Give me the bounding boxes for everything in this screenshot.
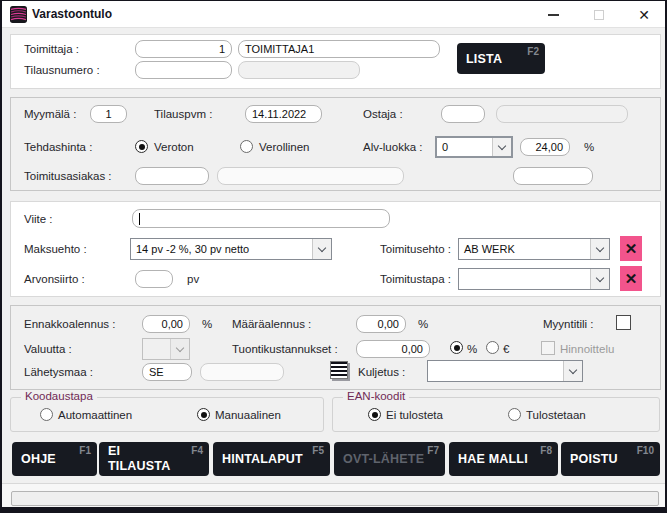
toimittaja-name-field[interactable]: TOIMITTAJA1 <box>238 40 440 58</box>
toimitusehto-select[interactable]: AB WERK <box>458 238 610 260</box>
valuutta-select <box>142 338 190 360</box>
myyntitili-label: Myyntitili : <box>543 318 593 330</box>
alv-percent-field[interactable]: 24,00 <box>520 138 570 156</box>
myymala-field[interactable]: 1 <box>90 105 127 123</box>
close-icon: ✕ <box>638 8 650 22</box>
clear-toimitusehto-button[interactable]: ✕ <box>620 236 642 261</box>
arvonsiirto-label: Arvonsiirto : <box>24 273 85 285</box>
ei-tilausta-button[interactable]: EI TILAUSTA F4 <box>99 442 209 476</box>
maximize-button[interactable] <box>582 1 616 28</box>
toimittaja-label: Toimittaja : <box>24 43 79 55</box>
radio-manuaalinen[interactable] <box>197 408 210 421</box>
alv-luokka-select[interactable]: 0 <box>435 136 513 158</box>
myyntitili-checkbox[interactable] <box>616 315 631 330</box>
ei-tilausta-button-label: EI TILAUSTA <box>108 442 182 476</box>
arvonsiirto-unit: pv <box>187 273 199 285</box>
chevron-down-icon <box>498 141 506 149</box>
maksuehto-label: Maksuehto : <box>24 243 87 255</box>
radio-tulostetaan[interactable] <box>508 408 521 421</box>
hinnoittelu-label: Hinnoittelu <box>560 343 614 355</box>
title-bar: Varastoontulo ✕ <box>2 1 665 28</box>
toimitusehto-label: Toimitusehto : <box>380 243 451 255</box>
tuontikustannukset-label: Tuontikustannukset : <box>232 343 338 355</box>
toimitusasiakas-code-field[interactable] <box>135 167 209 185</box>
hintalaput-button[interactable]: HINTALAPUT F5 <box>213 442 330 476</box>
maaraalennus-field[interactable]: 0,00 <box>356 315 406 333</box>
chevron-down-icon <box>318 243 326 251</box>
tilauspvm-field[interactable]: 14.11.2022 <box>245 105 322 123</box>
toimitustapa-select[interactable] <box>458 268 610 290</box>
alv-percent-unit: % <box>584 141 594 153</box>
ostaja-code-field[interactable] <box>441 105 485 123</box>
radio-ei-tulosteta[interactable] <box>368 408 381 421</box>
radio-tuonti-euro[interactable] <box>486 341 499 354</box>
arvonsiirto-field[interactable] <box>135 270 173 288</box>
lista-button[interactable]: LISTA F2 <box>457 43 545 74</box>
toimitusehto-value: AB WERK <box>459 243 590 255</box>
ohje-button-fkey: F1 <box>79 445 91 456</box>
tuontikustannukset-field[interactable]: 0,00 <box>356 340 430 358</box>
lista-button-fkey: F2 <box>527 46 539 57</box>
ean-koodit-groupbox: EAN-koodit <box>332 397 660 432</box>
ean-koodit-title: EAN-koodit <box>343 390 409 402</box>
tilauspvm-label: Tilauspvm : <box>154 108 212 120</box>
toimitustapa-dropdown-button[interactable] <box>590 269 609 289</box>
app-window: Varastoontulo ✕ Toimittaja : 1 TOIMITTAJ… <box>0 0 667 513</box>
ohje-button-label: OHJE <box>21 442 56 476</box>
app-logo-icon <box>10 6 27 23</box>
toimitusasiakas-extra-field[interactable] <box>513 167 593 185</box>
clear-x-icon: ✕ <box>625 240 638 258</box>
verollinen-label: Verollinen <box>259 141 310 153</box>
valuutta-dropdown-button <box>170 339 189 359</box>
alv-luokka-dropdown-button[interactable] <box>492 138 511 156</box>
hintalaput-button-fkey: F5 <box>312 445 324 456</box>
hintalaput-button-label: HINTALAPUT <box>222 442 303 476</box>
lahetysmaa-code-field[interactable]: SE <box>142 363 192 381</box>
viite-input[interactable] <box>132 209 390 228</box>
maksuehto-dropdown-button[interactable] <box>312 239 331 259</box>
poistu-button[interactable]: POISTU F10 <box>561 442 660 476</box>
ei-tilausta-button-fkey: F4 <box>191 445 203 456</box>
ennakkoalennus-field[interactable]: 0,00 <box>142 315 190 333</box>
kuljetus-dropdown-button[interactable] <box>563 361 582 381</box>
chevron-down-icon <box>176 343 184 351</box>
country-list-icon[interactable] <box>330 361 348 379</box>
poistu-button-fkey: F10 <box>637 445 654 456</box>
window-title: Varastoontulo <box>32 7 112 21</box>
toimitusehto-dropdown-button[interactable] <box>590 239 609 259</box>
radio-tuonti-percent[interactable] <box>450 341 463 354</box>
minimize-button[interactable] <box>536 1 570 28</box>
valuutta-label: Valuutta : <box>24 343 72 355</box>
ennakkoalennus-label: Ennakkoalennus : <box>24 318 115 330</box>
minimize-icon <box>548 14 559 16</box>
kuljetus-select[interactable] <box>427 360 583 382</box>
lista-button-label: LISTA <box>466 43 502 74</box>
veroton-label: Veroton <box>154 141 194 153</box>
automaattinen-label: Automaattinen <box>58 409 132 421</box>
lahetysmaa-name-field <box>200 363 284 381</box>
hae-malli-button-label: HAE MALLI <box>458 442 528 476</box>
radio-verollinen[interactable] <box>240 140 253 153</box>
status-bar <box>11 491 659 506</box>
tilausnumero-name-field <box>238 61 360 79</box>
hae-malli-button[interactable]: HAE MALLI F8 <box>449 442 558 476</box>
maksuehto-select[interactable]: 14 pv -2 %, 30 pv netto <box>130 238 332 260</box>
koodaustapa-title: Koodaustapa <box>21 390 97 402</box>
maaraalennus-unit: % <box>418 318 428 330</box>
alv-luokka-label: Alv-luokka : <box>363 141 422 153</box>
tilausnumero-code-field[interactable] <box>135 61 232 79</box>
radio-automaattinen[interactable] <box>40 408 53 421</box>
ostaja-label: Ostaja : <box>363 108 403 120</box>
poistu-button-label: POISTU <box>570 442 618 476</box>
toimittaja-code-field[interactable]: 1 <box>135 40 232 58</box>
ei-tulosteta-label: Ei tulosteta <box>386 409 443 421</box>
maximize-icon <box>594 10 604 20</box>
ovt-lahete-button-fkey: F7 <box>427 445 439 456</box>
chevron-down-icon <box>596 243 604 251</box>
lahetysmaa-label: Lähetysmaa : <box>24 366 93 378</box>
clear-toimitustapa-button[interactable]: ✕ <box>620 266 642 291</box>
ohje-button[interactable]: OHJE F1 <box>12 442 97 476</box>
hae-malli-button-fkey: F8 <box>540 445 552 456</box>
close-button[interactable]: ✕ <box>627 1 661 28</box>
radio-veroton[interactable] <box>135 140 148 153</box>
